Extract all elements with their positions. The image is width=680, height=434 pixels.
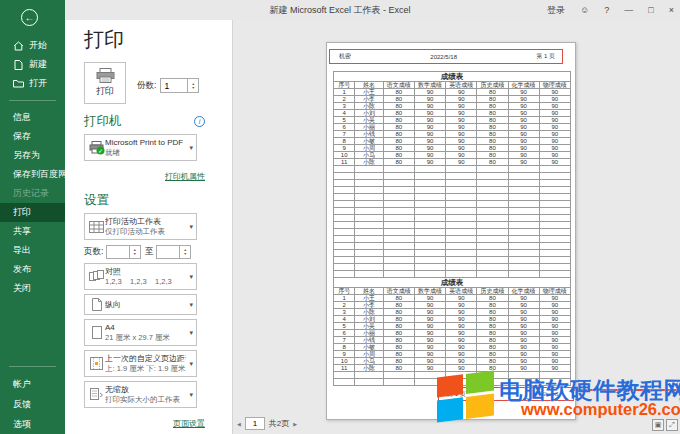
empty-cell: [355, 271, 383, 278]
previous-page-icon[interactable]: ◀: [237, 421, 241, 427]
empty-cell: [539, 243, 570, 250]
sidebar-item-close[interactable]: 关闭: [0, 279, 65, 298]
sidebar-item-new[interactable]: 新建: [0, 55, 65, 74]
empty-cell: [539, 166, 570, 173]
empty-cell: [508, 222, 539, 229]
column-header: 物理成绩: [539, 82, 570, 89]
table-cell: 7: [334, 337, 355, 344]
empty-cell: [477, 264, 508, 271]
column-header: 历史成绩: [477, 288, 508, 295]
empty-cell: [414, 229, 445, 236]
zoom-to-page-icon[interactable]: ⤢: [666, 419, 678, 431]
signin-button[interactable]: 登录: [547, 4, 565, 17]
pages-from-stepper[interactable]: ▴▾: [130, 245, 141, 259]
sidebar-item-save-as[interactable]: 另存为: [0, 146, 65, 165]
sidebar-item-save-baidu[interactable]: 保存到百度网盘: [0, 165, 65, 184]
table-cell: 80: [477, 323, 508, 330]
empty-cell: [414, 180, 445, 187]
sidebar-item-export[interactable]: 导出: [0, 241, 65, 260]
empty-cell: [414, 194, 445, 201]
smiley-feedback-icon[interactable]: ☺: [580, 5, 589, 15]
minimize-button[interactable]: —: [624, 5, 633, 15]
scaling-dropdown[interactable]: 无缩放 打印实际大小的工作表 ▾: [84, 381, 197, 408]
watermark-site-url: www.computer26.com: [521, 400, 680, 419]
pages-to-input[interactable]: [156, 245, 180, 259]
table-cell: 5: [334, 323, 355, 330]
empty-cell: [539, 229, 570, 236]
empty-cell: [355, 187, 383, 194]
sidebar-item-info[interactable]: 信息: [0, 108, 65, 127]
copies-stepper[interactable]: ▴▾: [188, 78, 199, 93]
orientation-dropdown[interactable]: 纵向 ▾: [84, 294, 197, 315]
table-cell: 80: [477, 131, 508, 138]
table-cell: 80: [383, 365, 414, 372]
empty-cell: [334, 201, 355, 208]
empty-row: [334, 187, 571, 194]
sidebar-item-label: 信息: [13, 111, 31, 124]
sidebar-item-save[interactable]: 保存: [0, 127, 65, 146]
settings-section-heading: 设置: [84, 192, 109, 209]
empty-cell: [508, 264, 539, 271]
pages-from-input[interactable]: [106, 245, 130, 259]
empty-cell: [334, 250, 355, 257]
print-button[interactable]: 打印: [84, 62, 126, 104]
copies-input[interactable]: [160, 78, 188, 93]
table-cell: 小陈: [355, 309, 383, 316]
empty-row: [334, 250, 571, 257]
show-margins-icon[interactable]: ▣: [652, 419, 664, 431]
info-icon[interactable]: i: [194, 116, 205, 127]
current-page-input[interactable]: [245, 417, 265, 430]
paper-size-dropdown[interactable]: A4 21 厘米 x 29.7 厘米 ▾: [84, 319, 197, 346]
table-cell: 90: [539, 96, 570, 103]
sidebar-item-options[interactable]: 选项: [0, 414, 65, 434]
empty-row: [334, 215, 571, 222]
sidebar-item-home[interactable]: 开始: [0, 36, 65, 55]
empty-cell: [477, 187, 508, 194]
sidebar-item-label: 历史记录: [13, 187, 49, 200]
empty-cell: [383, 180, 414, 187]
sidebar-item-share[interactable]: 共享: [0, 222, 65, 241]
collate-dropdown[interactable]: 对照 1,2,3 1,2,3 1,2,3 ▾: [84, 263, 197, 290]
sidebar-item-feedback[interactable]: 反馈: [0, 394, 65, 414]
back-arrow-button[interactable]: ←: [21, 9, 38, 26]
help-icon[interactable]: ?: [604, 5, 609, 15]
empty-cell: [539, 208, 570, 215]
sidebar-item-open[interactable]: 打开: [0, 74, 65, 93]
table-cell: 小刘: [355, 316, 383, 323]
pages-to-stepper[interactable]: ▴▾: [180, 245, 191, 259]
table-cell: 小李: [355, 302, 383, 309]
table-cell: 小周: [355, 145, 383, 152]
table-cell: 80: [477, 337, 508, 344]
table-cell: 80: [383, 309, 414, 316]
empty-cell: [383, 257, 414, 264]
table-row: 1小王809090809090: [334, 89, 571, 96]
table-cell: 90: [414, 316, 445, 323]
empty-cell: [355, 229, 383, 236]
table-cell: 90: [446, 344, 477, 351]
sidebar-top-group: 开始新建打开: [0, 36, 65, 93]
sidebar-item-account[interactable]: 帐户: [0, 374, 65, 394]
print-what-dropdown[interactable]: 打印活动工作表 仅打印活动工作表 ▾: [84, 213, 197, 240]
table-cell: 80: [383, 96, 414, 103]
table-cell: 90: [414, 110, 445, 117]
sidebar-item-publish[interactable]: 发布: [0, 260, 65, 279]
printer-properties-link[interactable]: 打印机属性: [165, 172, 205, 181]
empty-cell: [477, 180, 508, 187]
printer-dropdown[interactable]: ✓ Microsoft Print to PDF 就绪 ▾: [84, 134, 197, 161]
next-page-icon[interactable]: ▶: [293, 421, 297, 427]
empty-cell: [383, 372, 414, 379]
table-row: 10小马809090809090: [334, 358, 571, 365]
margins-dropdown[interactable]: 上一次的自定义页边距设置 上: 1.9 厘米 下: 1.9 厘米... ▾: [84, 350, 197, 377]
restore-button[interactable]: □: [648, 5, 653, 15]
chevron-down-icon: ▾: [189, 301, 193, 309]
empty-cell: [446, 229, 477, 236]
printer-ready-icon: ✓: [88, 141, 105, 155]
page-setup-link[interactable]: 页面设置: [173, 419, 205, 428]
sidebar-item-label: 导出: [13, 244, 31, 257]
sidebar-divider: [9, 366, 56, 367]
margins-line2: 上: 1.9 厘米 下: 1.9 厘米...: [105, 364, 186, 373]
close-button[interactable]: ×: [669, 5, 674, 15]
sidebar-item-label: 选项: [13, 418, 31, 431]
sidebar-item-print[interactable]: 打印: [0, 203, 65, 222]
table-cell: 小马: [355, 358, 383, 365]
